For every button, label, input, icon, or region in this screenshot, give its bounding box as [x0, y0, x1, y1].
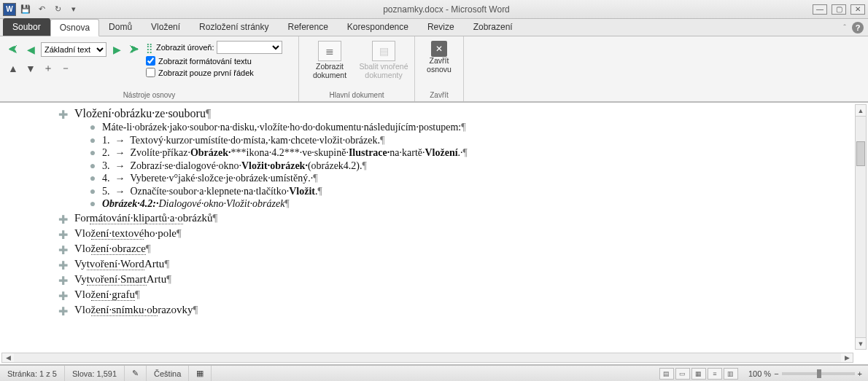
demote-icon[interactable]: ▶ — [109, 42, 124, 57]
scroll-down-icon[interactable]: ▼ — [856, 337, 866, 349]
list-item[interactable]: ● 3. → Zobrazí·se·dialogové·okno·Vložit·… — [57, 160, 852, 173]
zoom-slider[interactable] — [782, 372, 855, 375]
group-close: ✕ Zavřít osnovu Zavřít — [415, 36, 464, 101]
collapse-icon[interactable]: － — [58, 61, 73, 76]
outline-level-select[interactable]: Základní text — [41, 42, 106, 57]
tab-insert[interactable]: Vložení — [142, 18, 190, 36]
list-item[interactable]: ● 4. → Vyberete·v°jaké·složce·je·obrázek… — [57, 172, 852, 185]
scroll-up-icon[interactable]: ▲ — [856, 105, 866, 117]
collapse-subdocs-label: Sbalit vnořené dokumenty — [359, 63, 408, 79]
heading-level2[interactable]: ✚Vytvoření·SmartArtu¶ — [57, 273, 852, 287]
view-draft-icon[interactable]: ▥ — [724, 368, 738, 380]
tab-mailings[interactable]: Korespondence — [338, 18, 418, 36]
heading-level1[interactable]: ✚ Vložení·obrázku·ze·souboru¶ — [57, 107, 852, 121]
show-level-select[interactable] — [217, 41, 282, 54]
zoom-out-icon[interactable]: − — [774, 369, 778, 378]
document-scroll[interactable]: ✚ Vložení·obrázku·ze·souboru¶ ● Máte-li·… — [7, 103, 852, 351]
expand-collapse-icon[interactable]: ✚ — [57, 259, 69, 272]
heading-level2[interactable]: ✚Vložení·textového·pole¶ — [57, 227, 852, 241]
heading-level2[interactable]: ✚Vložení·obrazce¶ — [57, 243, 852, 256]
zoom-control: 100 % − + — [743, 369, 868, 378]
tab-page-layout[interactable]: Rozložení stránky — [190, 18, 278, 36]
heading-text: Vytvoření·WordArtu¶ — [74, 258, 169, 270]
save-icon[interactable]: 💾 — [19, 3, 32, 16]
status-language[interactable]: Čeština — [147, 366, 189, 381]
status-words[interactable]: Slova: 1,591 — [65, 366, 125, 381]
horizontal-scrollbar[interactable]: ◀ ▶ — [1, 353, 853, 363]
heading-text: Vložení·obrazce¶ — [74, 243, 151, 255]
tab-outline[interactable]: Osnova — [50, 19, 99, 36]
show-first-line-input[interactable] — [146, 68, 155, 77]
close-outline-button[interactable]: ✕ Zavřít osnovu — [421, 39, 457, 74]
scroll-left-icon[interactable]: ◀ — [2, 353, 14, 362]
status-insert-mode-icon[interactable]: ▦ — [189, 366, 212, 381]
body-bullet-icon: ● — [89, 122, 96, 133]
word-app-icon[interactable]: W — [3, 3, 16, 16]
zoom-value[interactable]: 100 % — [748, 369, 771, 378]
heading-level2[interactable]: ✚Vytvoření·WordArtu¶ — [57, 258, 852, 272]
body-text[interactable]: ● Máte-li·obrázek·jako·soubor·na·disku,·… — [57, 121, 852, 134]
t: Vyberete·v°jaké·složce·je·obrázek·umístě… — [130, 173, 313, 184]
list-item[interactable]: ● 5. → Označíte·soubor·a·klepnete·na·tla… — [57, 185, 852, 198]
tab-home[interactable]: Domů — [99, 18, 142, 36]
vertical-scrollbar[interactable]: ▲ ▼ — [855, 104, 867, 350]
list-item[interactable]: ● 2. → Zvolíte·příkaz·Obrázek·***ikona·4… — [57, 146, 852, 160]
view-buttons: ▤ ▭ ▦ ≡ ▥ — [655, 368, 743, 380]
view-outline-icon[interactable]: ≡ — [708, 368, 722, 380]
redo-icon[interactable]: ↻ — [51, 3, 64, 16]
expand-collapse-icon[interactable]: ✚ — [57, 213, 69, 227]
view-web-icon[interactable]: ▦ — [691, 368, 706, 380]
zoom-slider-knob[interactable] — [817, 369, 821, 378]
scroll-thumb[interactable] — [856, 141, 865, 166]
hscroll-track[interactable] — [14, 353, 841, 362]
view-fullscreen-icon[interactable]: ▭ — [675, 368, 690, 380]
group-label-outline-tools: Nástroje osnovy — [6, 90, 292, 101]
group-outline-tools: ⮜ ◀ Základní text ▶ ⮞ ▲ ▼ ＋ － ⣿ — [0, 36, 299, 101]
caption[interactable]: ● Obrázek·4.2:·Dialogové·okno·Vložit·obr… — [57, 197, 852, 211]
maximize-button[interactable]: ▢ — [832, 4, 846, 15]
move-down-icon[interactable]: ▼ — [23, 61, 38, 76]
scroll-right-icon[interactable]: ▶ — [841, 353, 853, 362]
view-print-layout-icon[interactable]: ▤ — [659, 368, 674, 380]
t: Obrázek· — [190, 147, 231, 158]
help-icon[interactable]: ? — [852, 22, 864, 34]
show-formatting-checkbox[interactable]: Zobrazit formátování textu — [146, 56, 282, 66]
expand-collapse-icon[interactable]: ✚ — [57, 305, 69, 318]
show-formatting-input[interactable] — [146, 56, 155, 66]
show-level-icon: ⣿ — [146, 42, 153, 53]
list-item[interactable]: ● 1. → Textový·kurzor·umístíte·do·místa,… — [57, 134, 852, 147]
status-page[interactable]: Stránka: 1 z 5 — [0, 366, 65, 381]
tab-file[interactable]: Soubor — [3, 18, 50, 36]
qat-dropdown-icon[interactable]: ▾ — [67, 3, 80, 16]
tab-view[interactable]: Zobrazení — [464, 18, 522, 36]
minimize-button[interactable]: ― — [813, 4, 827, 15]
expand-icon[interactable]: ＋ — [41, 61, 55, 76]
expand-collapse-icon[interactable]: ✚ — [57, 289, 69, 303]
heading-text: Vložení·snímku·obrazovky¶ — [74, 304, 198, 316]
zoom-in-icon[interactable]: + — [858, 369, 862, 378]
demote-to-body-icon[interactable]: ⮞ — [127, 42, 142, 57]
group-label-master: Hlavní dokument — [305, 90, 408, 101]
move-up-icon[interactable]: ▲ — [6, 61, 20, 76]
tab-references[interactable]: Reference — [278, 18, 337, 36]
show-document-label: Zobrazit dokument — [305, 63, 354, 79]
heading-level2[interactable]: ✚Vložení·grafu¶ — [57, 288, 852, 302]
expand-collapse-icon[interactable]: ✚ — [57, 108, 69, 122]
tab-review[interactable]: Revize — [418, 18, 464, 36]
close-window-button[interactable]: ✕ — [850, 4, 865, 15]
show-document-button[interactable]: ≣ Zobrazit dokument — [305, 39, 354, 79]
promote-icon[interactable]: ◀ — [23, 42, 38, 57]
heading-level2[interactable]: ✚Formátování·klipartů·a·obrázků¶ — [57, 212, 852, 226]
t: (obrázek4.2). — [308, 160, 363, 171]
window-controls: ― ▢ ✕ — [813, 4, 865, 15]
expand-collapse-icon[interactable]: ✚ — [57, 274, 69, 288]
heading-text: Vytvoření·SmartArtu¶ — [74, 273, 171, 286]
ribbon-minimize-icon[interactable]: ˆ — [843, 23, 846, 32]
expand-collapse-icon[interactable]: ✚ — [57, 228, 69, 242]
expand-collapse-icon[interactable]: ✚ — [57, 243, 69, 257]
status-proofing-icon[interactable]: ✎ — [125, 366, 147, 381]
show-first-line-checkbox[interactable]: Zobrazit pouze první řádek — [146, 68, 282, 77]
heading-level2[interactable]: ✚Vložení·snímku·obrazovky¶ — [57, 304, 852, 318]
promote-to-heading1-icon[interactable]: ⮜ — [6, 42, 20, 57]
undo-icon[interactable]: ↶ — [35, 3, 48, 16]
